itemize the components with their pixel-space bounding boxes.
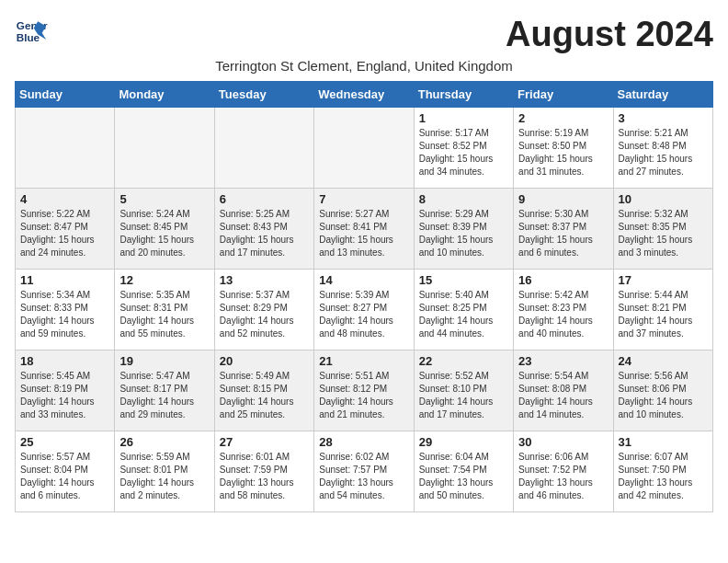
day-info: Sunrise: 5:22 AMSunset: 8:47 PMDaylight:… [20,208,109,259]
day-number: 12 [119,273,209,287]
day-info: Sunrise: 5:34 AMSunset: 8:33 PMDaylight:… [20,289,109,340]
day-number: 25 [20,435,109,449]
calendar-week-2: 4Sunrise: 5:22 AMSunset: 8:47 PMDaylight… [16,189,713,270]
calendar-day-10: 10Sunrise: 5:32 AMSunset: 8:35 PMDayligh… [613,189,712,270]
svg-text:Blue: Blue [17,31,40,43]
calendar-day-6: 6Sunrise: 5:25 AMSunset: 8:43 PMDaylight… [214,189,313,270]
calendar-day-19: 19Sunrise: 5:47 AMSunset: 8:17 PMDayligh… [115,350,214,431]
day-info: Sunrise: 5:45 AMSunset: 8:19 PMDaylight:… [20,370,109,421]
day-number: 7 [319,192,408,206]
day-number: 17 [619,273,708,287]
day-info: Sunrise: 5:40 AMSunset: 8:25 PMDaylight:… [419,289,508,340]
calendar-week-3: 11Sunrise: 5:34 AMSunset: 8:33 PMDayligh… [16,270,713,350]
day-number: 15 [419,273,508,287]
day-number: 8 [419,192,508,206]
calendar-day-1: 1Sunrise: 5:17 AMSunset: 8:52 PMDaylight… [414,108,513,189]
location-subtitle: Terrington St Clement, England, United K… [15,58,713,74]
calendar-day-empty [314,108,414,189]
day-info: Sunrise: 6:01 AMSunset: 7:59 PMDaylight:… [220,451,309,502]
day-number: 18 [20,354,109,368]
header-wednesday: Wednesday [314,82,414,108]
calendar-day-20: 20Sunrise: 5:49 AMSunset: 8:15 PMDayligh… [214,350,313,431]
day-number: 5 [119,192,209,206]
day-number: 4 [20,192,109,206]
calendar-day-8: 8Sunrise: 5:29 AMSunset: 8:39 PMDaylight… [414,189,513,270]
month-title: August 2024 [506,15,713,54]
calendar-day-7: 7Sunrise: 5:27 AMSunset: 8:41 PMDaylight… [314,189,414,270]
header-tuesday: Tuesday [214,82,313,108]
day-info: Sunrise: 5:27 AMSunset: 8:41 PMDaylight:… [319,208,408,259]
day-info: Sunrise: 5:29 AMSunset: 8:39 PMDaylight:… [419,208,508,259]
day-number: 19 [119,354,209,368]
calendar-day-17: 17Sunrise: 5:44 AMSunset: 8:21 PMDayligh… [613,270,712,350]
calendar-day-empty [214,108,313,189]
day-info: Sunrise: 5:39 AMSunset: 8:27 PMDaylight:… [319,289,408,340]
calendar-day-22: 22Sunrise: 5:52 AMSunset: 8:10 PMDayligh… [414,350,513,431]
calendar-day-12: 12Sunrise: 5:35 AMSunset: 8:31 PMDayligh… [115,270,214,350]
day-number: 14 [319,273,408,287]
day-info: Sunrise: 5:57 AMSunset: 8:04 PMDaylight:… [20,451,109,502]
day-info: Sunrise: 5:30 AMSunset: 8:37 PMDaylight:… [518,208,608,259]
page-header: General Blue August 2024 [15,15,713,54]
day-info: Sunrise: 5:37 AMSunset: 8:29 PMDaylight:… [220,289,309,340]
calendar-day-14: 14Sunrise: 5:39 AMSunset: 8:27 PMDayligh… [314,270,414,350]
day-info: Sunrise: 5:51 AMSunset: 8:12 PMDaylight:… [319,370,408,421]
calendar-week-4: 18Sunrise: 5:45 AMSunset: 8:19 PMDayligh… [16,350,713,431]
calendar-day-30: 30Sunrise: 6:06 AMSunset: 7:52 PMDayligh… [514,431,613,512]
calendar-day-25: 25Sunrise: 5:57 AMSunset: 8:04 PMDayligh… [16,431,115,512]
day-number: 31 [619,435,708,449]
day-info: Sunrise: 6:04 AMSunset: 7:54 PMDaylight:… [419,451,508,502]
calendar-day-23: 23Sunrise: 5:54 AMSunset: 8:08 PMDayligh… [514,350,613,431]
day-number: 2 [518,111,608,125]
day-number: 26 [119,435,209,449]
day-number: 21 [319,354,408,368]
calendar-day-21: 21Sunrise: 5:51 AMSunset: 8:12 PMDayligh… [314,350,414,431]
day-number: 6 [220,192,309,206]
calendar-day-empty [115,108,214,189]
day-number: 10 [619,192,708,206]
day-info: Sunrise: 5:24 AMSunset: 8:45 PMDaylight:… [119,208,209,259]
day-info: Sunrise: 5:32 AMSunset: 8:35 PMDaylight:… [619,208,708,259]
calendar-table: SundayMondayTuesdayWednesdayThursdayFrid… [15,81,713,512]
title-area: August 2024 [506,15,713,54]
day-number: 20 [220,354,309,368]
header-friday: Friday [514,82,613,108]
calendar-day-5: 5Sunrise: 5:24 AMSunset: 8:45 PMDaylight… [115,189,214,270]
day-number: 28 [319,435,408,449]
day-info: Sunrise: 6:02 AMSunset: 7:57 PMDaylight:… [319,451,408,502]
day-number: 24 [619,354,708,368]
calendar-day-13: 13Sunrise: 5:37 AMSunset: 8:29 PMDayligh… [214,270,313,350]
calendar-day-16: 16Sunrise: 5:42 AMSunset: 8:23 PMDayligh… [514,270,613,350]
day-info: Sunrise: 5:21 AMSunset: 8:48 PMDaylight:… [619,127,708,178]
day-info: Sunrise: 5:52 AMSunset: 8:10 PMDaylight:… [419,370,508,421]
calendar-day-28: 28Sunrise: 6:02 AMSunset: 7:57 PMDayligh… [314,431,414,512]
day-number: 3 [619,111,708,125]
calendar-day-11: 11Sunrise: 5:34 AMSunset: 8:33 PMDayligh… [16,270,115,350]
logo: General Blue [15,15,48,48]
day-number: 30 [518,435,608,449]
day-info: Sunrise: 5:59 AMSunset: 8:01 PMDaylight:… [119,451,209,502]
calendar-day-3: 3Sunrise: 5:21 AMSunset: 8:48 PMDaylight… [613,108,712,189]
day-number: 11 [20,273,109,287]
day-number: 9 [518,192,608,206]
header-thursday: Thursday [414,82,513,108]
day-number: 13 [220,273,309,287]
calendar-day-2: 2Sunrise: 5:19 AMSunset: 8:50 PMDaylight… [514,108,613,189]
calendar-header-row: SundayMondayTuesdayWednesdayThursdayFrid… [16,82,713,108]
day-info: Sunrise: 5:47 AMSunset: 8:17 PMDaylight:… [119,370,209,421]
day-number: 27 [220,435,309,449]
calendar-day-9: 9Sunrise: 5:30 AMSunset: 8:37 PMDaylight… [514,189,613,270]
day-info: Sunrise: 5:49 AMSunset: 8:15 PMDaylight:… [220,370,309,421]
day-number: 23 [518,354,608,368]
calendar-day-26: 26Sunrise: 5:59 AMSunset: 8:01 PMDayligh… [115,431,214,512]
calendar-week-1: 1Sunrise: 5:17 AMSunset: 8:52 PMDaylight… [16,108,713,189]
day-info: Sunrise: 5:17 AMSunset: 8:52 PMDaylight:… [419,127,508,178]
header-monday: Monday [115,82,214,108]
day-info: Sunrise: 5:54 AMSunset: 8:08 PMDaylight:… [518,370,608,421]
calendar-day-27: 27Sunrise: 6:01 AMSunset: 7:59 PMDayligh… [214,431,313,512]
day-info: Sunrise: 5:56 AMSunset: 8:06 PMDaylight:… [619,370,708,421]
day-number: 1 [419,111,508,125]
calendar-day-15: 15Sunrise: 5:40 AMSunset: 8:25 PMDayligh… [414,270,513,350]
day-number: 29 [419,435,508,449]
day-info: Sunrise: 6:07 AMSunset: 7:50 PMDaylight:… [619,451,708,502]
